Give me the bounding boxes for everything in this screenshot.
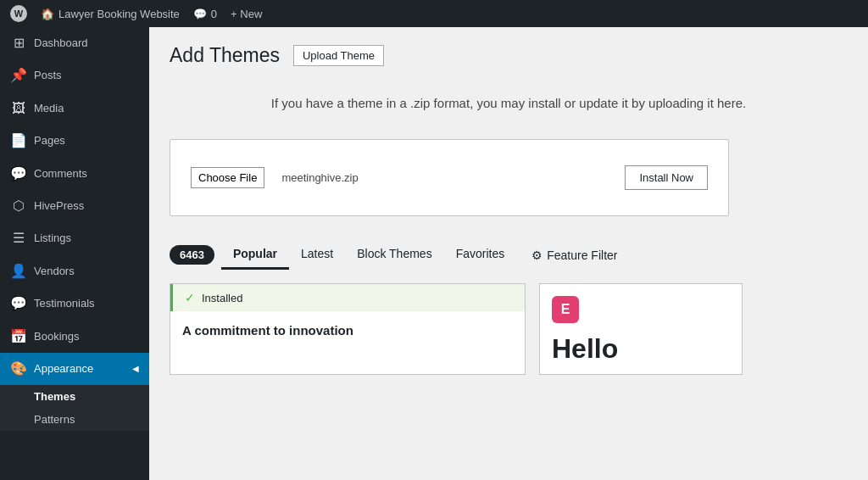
choose-file-button[interactable]: Choose File: [191, 167, 264, 188]
comments-btn[interactable]: 💬 0: [193, 8, 217, 20]
testimonials-icon: 💬: [10, 294, 27, 313]
sidebar-item-listings[interactable]: ☰ Listings: [0, 222, 149, 254]
layout: ⊞ Dashboard 📌 Posts 🖼 Media 📄 Pages 💬 Co…: [0, 27, 868, 480]
posts-icon: 📌: [10, 66, 27, 85]
sidebar-sub-item-themes[interactable]: Themes: [0, 385, 149, 408]
sidebar-label-vendors: Vendors: [34, 264, 75, 279]
sidebar-item-posts[interactable]: 📌 Posts: [0, 59, 149, 92]
wp-logo-icon: W: [10, 5, 27, 22]
theme-card-1-text: A commitment to innovation: [182, 323, 353, 338]
comments-sidebar-icon: 💬: [10, 165, 27, 183]
page-title: Add Themes: [170, 44, 280, 67]
hivepress-icon: ⬡: [10, 197, 27, 215]
sidebar-label-listings: Listings: [34, 231, 71, 246]
wp-logo-btn[interactable]: W: [10, 5, 27, 22]
theme-card-2: E Hello: [539, 283, 743, 375]
installed-bar: ✓ Installed: [170, 284, 525, 311]
sidebar-label-dashboard: Dashboard: [34, 36, 88, 51]
theme-card-2-body: Hello: [540, 335, 742, 374]
sidebar-item-comments[interactable]: 💬 Comments: [0, 158, 149, 190]
badge-letter: E: [561, 302, 570, 317]
sidebar-label-hivepress: HivePress: [34, 198, 84, 214]
sidebar-sub-menu: Themes Patterns: [0, 385, 149, 431]
sidebar-item-bookings[interactable]: 📅 Bookings: [0, 321, 149, 353]
dashboard-icon: ⊞: [10, 34, 27, 53]
new-label: + New: [231, 8, 262, 20]
tab-popular[interactable]: Popular: [221, 240, 289, 270]
listings-icon: ☰: [10, 229, 27, 248]
theme-card-2-title: Hello: [552, 333, 618, 364]
tab-favorites[interactable]: Favorites: [444, 240, 517, 270]
sidebar-item-vendors[interactable]: 👤 Vendors: [0, 255, 149, 287]
sidebar-label-comments: Comments: [34, 166, 87, 181]
installed-label: Installed: [202, 292, 242, 304]
sidebar-item-appearance[interactable]: 🎨 Appearance ◀: [0, 353, 149, 385]
theme-card-1: ✓ Installed A commitment to innovation: [170, 283, 526, 375]
info-text: If you have a theme in a .zip format, yo…: [170, 87, 848, 119]
home-icon: 🏠: [41, 8, 54, 20]
tab-count-badge[interactable]: 6463: [170, 245, 214, 265]
theme-card-2-header: E: [540, 284, 742, 335]
sidebar: ⊞ Dashboard 📌 Posts 🖼 Media 📄 Pages 💬 Co…: [0, 27, 149, 480]
appearance-icon: 🎨: [10, 360, 27, 378]
new-btn[interactable]: + New: [231, 8, 262, 20]
media-icon: 🖼: [10, 99, 27, 118]
sidebar-item-testimonials[interactable]: 💬 Testimonials: [0, 287, 149, 320]
tabs-row: 6463 Popular Latest Block Themes Favorit…: [170, 240, 848, 270]
tab-block-themes[interactable]: Block Themes: [345, 240, 443, 270]
site-name-label: Lawyer Booking Website: [58, 8, 180, 20]
pages-icon: 📄: [10, 131, 27, 150]
sidebar-label-bookings: Bookings: [34, 329, 79, 344]
page-header: Add Themes Upload Theme: [170, 44, 848, 67]
patterns-sub-label: Patterns: [34, 413, 75, 426]
theme-card-1-body: A commitment to innovation: [170, 311, 525, 349]
feature-filter-label: Feature Filter: [547, 248, 617, 262]
sidebar-item-hivepress[interactable]: ⬡ HivePress: [0, 190, 149, 222]
sidebar-item-media[interactable]: 🖼 Media: [0, 92, 149, 125]
comments-icon: 💬: [193, 8, 207, 20]
sidebar-label-appearance: Appearance: [34, 361, 93, 377]
topbar: W 🏠 Lawyer Booking Website 💬 0 + New: [0, 0, 868, 27]
site-name-btn[interactable]: 🏠 Lawyer Booking Website: [41, 8, 180, 20]
comments-count: 0: [211, 8, 217, 20]
vendors-icon: 👤: [10, 262, 27, 281]
sidebar-label-pages: Pages: [34, 133, 65, 148]
gear-icon: ⚙: [531, 248, 542, 262]
theme-cards-row: ✓ Installed A commitment to innovation E…: [170, 283, 848, 375]
sidebar-label-media: Media: [34, 101, 64, 116]
sidebar-sub-item-patterns[interactable]: Patterns: [0, 408, 149, 431]
sidebar-label-testimonials: Testimonials: [34, 296, 95, 311]
check-icon: ✓: [185, 291, 195, 304]
upload-theme-button[interactable]: Upload Theme: [293, 45, 384, 66]
themes-sub-label: Themes: [34, 390, 75, 403]
sidebar-label-posts: Posts: [34, 68, 62, 83]
upload-box: Choose File meetinghive.zip Install Now: [170, 139, 729, 216]
appearance-arrow-icon: ◀: [132, 363, 139, 375]
main-content: Add Themes Upload Theme If you have a th…: [149, 27, 868, 480]
sidebar-item-dashboard[interactable]: ⊞ Dashboard: [0, 27, 149, 59]
tab-feature-filter[interactable]: ⚙ Feature Filter: [520, 242, 629, 269]
sidebar-item-pages[interactable]: 📄 Pages: [0, 125, 149, 157]
file-name-label: meetinghive.zip: [281, 171, 608, 184]
tab-latest[interactable]: Latest: [289, 240, 345, 270]
install-now-button[interactable]: Install Now: [625, 165, 708, 190]
bookings-icon: 📅: [10, 327, 27, 346]
elementor-badge: E: [552, 296, 579, 323]
